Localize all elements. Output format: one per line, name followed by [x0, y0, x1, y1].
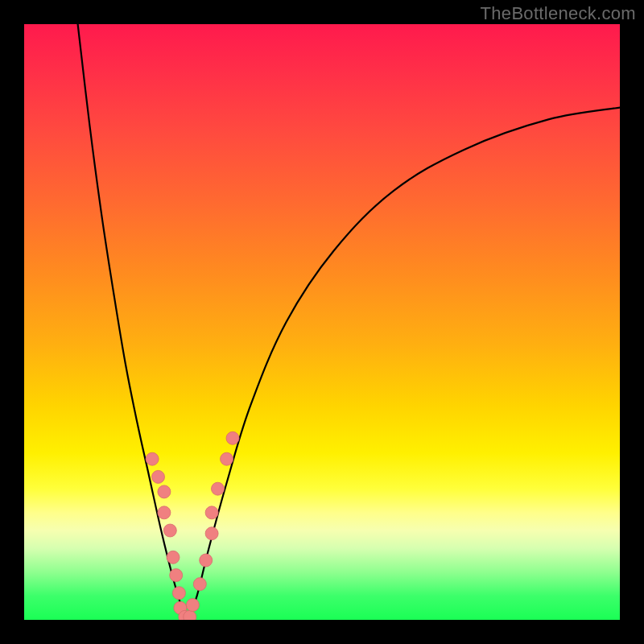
plot-area [24, 24, 620, 620]
highlight-dot [212, 482, 225, 495]
highlight-dot [163, 524, 176, 537]
highlight-dot [172, 587, 185, 600]
highlight-dot [184, 610, 196, 620]
curve-right-branch [188, 108, 621, 620]
highlight-dot [170, 569, 183, 582]
watermark-text: TheBottleneck.com [481, 3, 636, 24]
highlight-dot [146, 452, 159, 465]
chart-frame: TheBottleneck.com [0, 0, 644, 644]
highlight-dot [205, 527, 218, 540]
highlight-dot [226, 431, 239, 444]
curve-svg [24, 24, 620, 620]
highlight-dot [200, 554, 213, 567]
highlight-dot [205, 506, 218, 519]
highlight-dot [167, 551, 180, 564]
highlight-dot [186, 599, 199, 612]
highlight-dot [152, 470, 165, 483]
highlight-dot [158, 506, 171, 519]
highlight-dot [158, 485, 171, 498]
highlight-dot [193, 578, 206, 591]
highlight-dot [221, 452, 233, 465]
